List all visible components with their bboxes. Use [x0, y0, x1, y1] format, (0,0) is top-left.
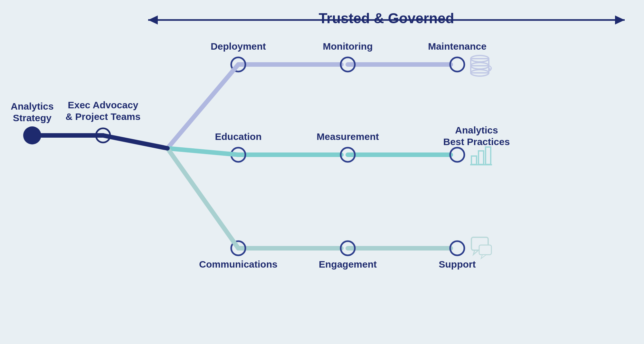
svg-text:Education: Education	[215, 131, 261, 142]
svg-text:Maintenance: Maintenance	[428, 41, 487, 52]
svg-text:Communications: Communications	[199, 259, 277, 270]
svg-text:Strategy: Strategy	[13, 113, 52, 123]
svg-text:Exec Advocacy: Exec Advocacy	[68, 100, 138, 110]
svg-text:Support: Support	[439, 259, 476, 270]
svg-text:Engagement: Engagement	[319, 259, 377, 270]
svg-rect-32	[479, 245, 491, 255]
svg-text:Measurement: Measurement	[317, 131, 379, 142]
svg-text:Best Practices: Best Practices	[443, 136, 510, 147]
svg-text:Analytics: Analytics	[11, 101, 53, 112]
svg-rect-0	[0, 0, 644, 344]
main-container: Trusted & Governed	[0, 0, 644, 344]
svg-text:Monitoring: Monitoring	[323, 41, 373, 52]
svg-text:Deployment: Deployment	[211, 41, 266, 52]
svg-text:Trusted & Governed: Trusted & Governed	[319, 10, 454, 26]
svg-text:Analytics: Analytics	[455, 125, 498, 135]
svg-text:& Project Teams: & Project Teams	[66, 111, 141, 122]
